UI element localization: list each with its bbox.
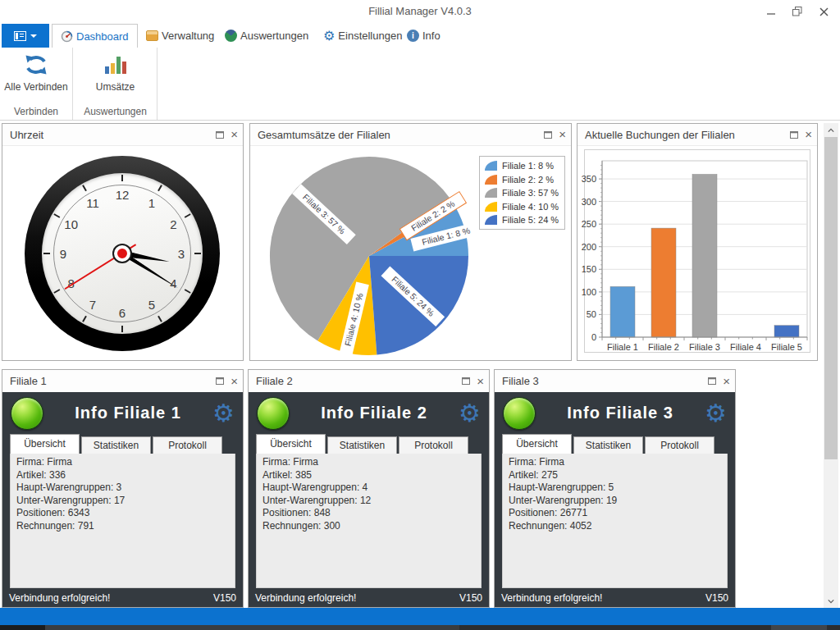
bottom-accent-bar xyxy=(0,608,840,625)
panel-maximize-button[interactable] xyxy=(462,377,470,385)
application-menu-button[interactable] xyxy=(2,24,49,48)
vertical-scrollbar[interactable] xyxy=(824,123,838,608)
clock-tick xyxy=(53,289,60,294)
archive-box-icon xyxy=(146,30,158,41)
tab-statistiken[interactable]: Statistiken xyxy=(573,436,643,454)
scroll-down-button[interactable] xyxy=(824,594,838,608)
connection-status: Verbindung erfolgreich! xyxy=(255,592,356,604)
app-window: Fillial Manager V4.0.3 xyxy=(0,0,840,630)
tab-verwaltung[interactable]: Verwaltung xyxy=(138,24,222,48)
panel-titlebar: Aktuelle Buchungen der Filialen × xyxy=(578,124,817,146)
window-title: Fillial Manager V4.0.3 xyxy=(0,5,840,17)
y-tick-label: 200 xyxy=(582,242,596,252)
restore-icon xyxy=(792,7,802,16)
legend-item: Filiale 1: 8 % xyxy=(485,161,559,171)
panel-maximize-button[interactable] xyxy=(544,131,552,139)
clock-panel-body: 123456789101112 xyxy=(2,146,243,360)
scrollbar-thumb[interactable] xyxy=(824,137,838,459)
filiale-tabs: Übersicht Statistiken Protokoll xyxy=(495,434,735,454)
legend-swatch-filiale-5 xyxy=(485,215,497,225)
bar-filiale-1[interactable] xyxy=(610,286,635,337)
info-line-unterwarengruppen: Unter-Warengruppen: 19 xyxy=(509,495,721,508)
tab-info[interactable]: i Info xyxy=(399,24,449,48)
y-tick-label: 0 xyxy=(591,332,596,342)
panel-maximize-button[interactable] xyxy=(790,131,798,139)
restore-button[interactable] xyxy=(784,0,810,23)
chevron-down-icon xyxy=(30,34,37,38)
tab-label: Einstellungen xyxy=(338,30,402,42)
x-category-label: Filiale 3 xyxy=(689,342,720,352)
info-icon: i xyxy=(407,30,419,42)
legend-label: Filiale 5: 24 % xyxy=(502,215,559,225)
clock-numeral: 5 xyxy=(144,298,160,311)
tab-dashboard[interactable]: Dashboard xyxy=(52,24,138,48)
info-line-hauptwarengruppen: Haupt-Warengruppen: 3 xyxy=(16,482,229,495)
connection-status: Verbindung erfolgreich! xyxy=(501,592,602,604)
tab-statistiken[interactable]: Statistiken xyxy=(81,436,151,454)
filiale-info-title: Info Filiale 3 xyxy=(536,404,705,422)
legend-swatch-filiale-1 xyxy=(485,161,497,171)
taskbar-edge xyxy=(0,625,840,630)
panel-close-button[interactable]: × xyxy=(231,376,238,387)
alle-verbinden-button[interactable]: Alle Verbinden xyxy=(0,51,72,105)
settings-gear-icon[interactable]: ⚙ xyxy=(705,401,727,426)
settings-gear-icon[interactable]: ⚙ xyxy=(459,401,481,426)
taskbar-segment xyxy=(771,625,827,630)
filiale-statusbar: Verbindung erfolgreich! V150 xyxy=(495,588,735,607)
ribbon: Alle Verbinden Verbinden Umsätze Auswert… xyxy=(0,48,840,121)
close-icon xyxy=(819,7,829,16)
clock-tick xyxy=(121,326,123,332)
minimize-button[interactable] xyxy=(758,0,784,23)
info-line-rechnungen: Rechnungen: 300 xyxy=(262,520,475,533)
panel-maximize-button[interactable] xyxy=(708,377,716,385)
tab-auswertungen[interactable]: Auswertungen xyxy=(217,24,317,48)
filiale-overview-content: Firma: Firma Artikel: 336 Haupt-Warengru… xyxy=(10,454,235,588)
clock-numeral: 9 xyxy=(55,247,71,260)
legend-item: Filiale 2: 2 % xyxy=(485,175,559,185)
panel-close-button[interactable]: × xyxy=(477,376,484,387)
tab-label: Verwaltung xyxy=(162,30,214,42)
info-line-artikel: Artikel: 385 xyxy=(262,469,475,482)
panel-uhrzeit: Uhrzeit × 123456789101112 xyxy=(2,123,244,361)
legend-item: Filiale 5: 24 % xyxy=(485,215,559,225)
tab-protokoll[interactable]: Protokoll xyxy=(645,436,714,454)
clock-numeral: 1 xyxy=(144,196,160,209)
button-label: Alle Verbinden xyxy=(4,81,67,93)
panel-close-button[interactable]: × xyxy=(231,129,238,140)
taskbar-segment xyxy=(0,625,45,630)
tab-uebersicht[interactable]: Übersicht xyxy=(256,434,326,454)
umsaetze-button[interactable]: Umsätze xyxy=(74,51,157,105)
tab-uebersicht[interactable]: Übersicht xyxy=(10,434,80,454)
clock-center-cap xyxy=(114,245,130,262)
clock-numeral: 12 xyxy=(114,188,130,201)
panel-titlebar: Gesamtumsätze der Filialen × xyxy=(250,124,571,146)
bar-filiale-5[interactable] xyxy=(774,326,799,337)
clock-numeral: 4 xyxy=(165,276,181,290)
legend-swatch-filiale-4 xyxy=(485,202,497,212)
tab-statistiken[interactable]: Statistiken xyxy=(327,436,397,454)
y-tick-label: 250 xyxy=(582,219,596,229)
bar-filiale-2[interactable] xyxy=(651,228,676,337)
legend-label: Filiale 3: 57 % xyxy=(502,188,559,198)
app-menu-icon xyxy=(14,31,26,41)
clock-numeral: 2 xyxy=(165,217,181,231)
ribbon-group-label: Verbinden xyxy=(0,106,72,117)
panel-close-button[interactable]: × xyxy=(805,129,812,140)
bar-filiale-3[interactable] xyxy=(692,175,717,338)
tab-protokoll[interactable]: Protokoll xyxy=(153,436,222,454)
chart-legend: Filiale 1: 8 % Filiale 2: 2 % Filiale 3:… xyxy=(479,156,565,230)
status-led-green xyxy=(11,397,43,430)
close-button[interactable] xyxy=(810,0,837,23)
tab-protokoll[interactable]: Protokoll xyxy=(399,436,468,454)
filiale-overview-content: Firma: Firma Artikel: 275 Haupt-Warengru… xyxy=(502,454,728,588)
settings-gear-icon[interactable]: ⚙ xyxy=(212,401,235,426)
info-line-firma: Firma: Firma xyxy=(262,456,475,469)
panel-titlebar: Uhrzeit × xyxy=(2,124,243,146)
scroll-up-button[interactable] xyxy=(824,123,838,137)
panel-close-button[interactable]: × xyxy=(559,129,566,140)
panel-maximize-button[interactable] xyxy=(216,131,224,139)
panel-close-button[interactable]: × xyxy=(723,376,730,387)
tab-einstellungen[interactable]: ⚙ Einstellungen xyxy=(315,24,410,48)
panel-maximize-button[interactable] xyxy=(216,377,224,385)
tab-uebersicht[interactable]: Übersicht xyxy=(502,434,572,454)
